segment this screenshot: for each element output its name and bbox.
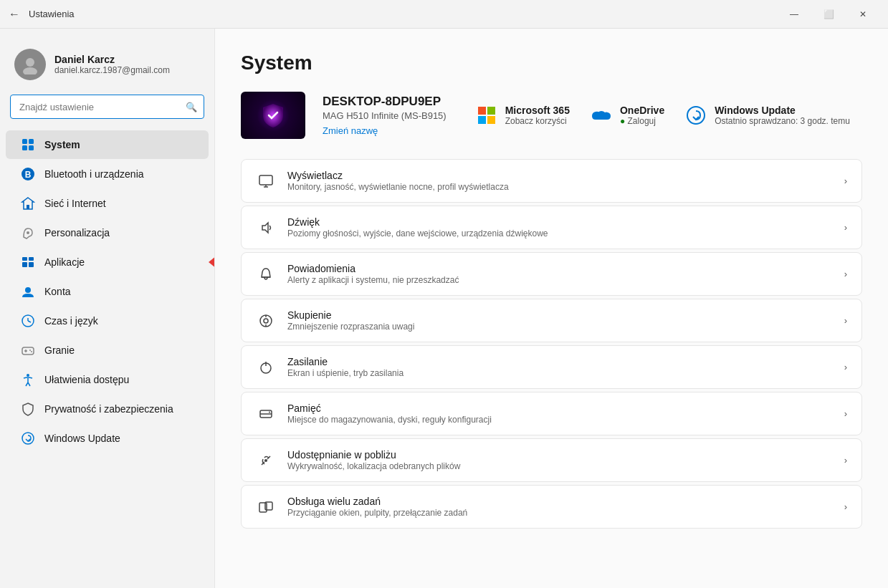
settings-item-multitask-text: Obsługa wielu zadań Przyciąganie okien, …: [287, 496, 833, 518]
sidebar-nav: System B Bluetooth i urządzenia: [0, 130, 214, 453]
sidebar-item-bluetooth[interactable]: B Bluetooth i urządzenia: [6, 160, 209, 188]
sidebar-item-apps-label: Aplikacje: [44, 256, 85, 268]
settings-item-storage-text: Pamięć Miejsce do magazynowania, dyski, …: [287, 403, 833, 425]
service-onedrive-name: OneDrive: [620, 105, 664, 116]
power-icon: [256, 357, 276, 377]
settings-item-sound[interactable]: Dźwięk Poziomy głośności, wyjście, dane …: [241, 206, 862, 249]
sidebar-item-system-label: System: [44, 139, 80, 150]
settings-item-storage[interactable]: Pamięć Miejsce do magazynowania, dyski, …: [241, 392, 862, 435]
privacy-icon: [20, 401, 36, 417]
settings-item-storage-title: Pamięć: [287, 403, 833, 414]
chevron-right-icon: ›: [844, 222, 847, 233]
maximize-button[interactable]: ⬜: [812, 3, 845, 26]
sidebar-item-accounts[interactable]: Konta: [6, 277, 209, 306]
settings-item-display[interactable]: Wyświetlacz Monitory, jasność, wyświetla…: [241, 159, 862, 203]
sidebar: Daniel Karcz daniel.karcz.1987@gmail.com…: [0, 29, 215, 588]
svg-point-25: [22, 433, 34, 444]
svg-point-0: [26, 58, 34, 67]
svg-point-23: [31, 351, 32, 352]
svg-point-22: [29, 350, 31, 351]
sidebar-item-accessibility[interactable]: Ułatwienia dostępu: [6, 365, 209, 394]
settings-item-notifications-title: Powiadomienia: [287, 263, 833, 274]
sound-icon: [256, 218, 276, 238]
settings-item-power-desc: Ekran i uśpienie, tryb zasilania: [287, 368, 833, 378]
sidebar-item-network[interactable]: Sieć i Internet: [6, 189, 209, 218]
sidebar-item-bluetooth-label: Bluetooth i urządzenia: [44, 168, 144, 180]
settings-item-multitask-title: Obsługa wielu zadań: [287, 496, 833, 507]
sidebar-item-update[interactable]: Windows Update: [6, 424, 209, 453]
sidebar-item-gaming[interactable]: Granie: [6, 336, 209, 365]
svg-rect-27: [487, 107, 495, 115]
accounts-icon: [20, 284, 36, 299]
search-container: 🔍: [10, 95, 204, 119]
service-windowsupdate-name: Windows Update: [715, 105, 850, 116]
svg-rect-19: [22, 347, 34, 355]
svg-rect-14: [29, 262, 34, 267]
sidebar-item-personalization[interactable]: Personalizacja: [6, 218, 209, 247]
sidebar-item-privacy[interactable]: Prywatność i zabezpieczenia: [6, 395, 209, 423]
service-microsoft365[interactable]: Microsoft 365 Zobacz korzyści: [475, 104, 570, 127]
svg-rect-5: [29, 145, 34, 150]
settings-item-nearby[interactable]: Udostępnianie w pobliżu Wykrywalność, lo…: [241, 438, 862, 482]
user-name: Daniel Karcz: [54, 54, 170, 65]
sidebar-item-apps[interactable]: Aplikacje: [6, 248, 209, 276]
svg-rect-3: [29, 139, 34, 144]
settings-item-nearby-title: Udostępnianie w pobliżu: [287, 449, 833, 461]
chevron-right-icon: ›: [844, 315, 847, 326]
service-windowsupdate[interactable]: Windows Update Ostatnio sprawdzano: 3 go…: [684, 104, 850, 127]
svg-point-24: [27, 374, 29, 377]
svg-rect-28: [478, 116, 486, 124]
search-input[interactable]: [10, 95, 204, 119]
sidebar-item-privacy-label: Prywatność i zabezpieczenia: [44, 403, 173, 415]
back-button[interactable]: ←: [9, 8, 22, 21]
sidebar-item-time[interactable]: Czas i język: [6, 307, 209, 335]
service-windowsupdate-details: Windows Update Ostatnio sprawdzano: 3 go…: [715, 105, 850, 126]
minimize-button[interactable]: —: [778, 3, 811, 26]
multitask-icon: [256, 497, 276, 517]
settings-item-display-title: Wyświetlacz: [287, 170, 833, 181]
settings-item-focus-text: Skupienie Zmniejszenie rozpraszania uwag…: [287, 309, 833, 332]
update-icon: [20, 430, 36, 446]
settings-item-power[interactable]: Zasilanie Ekran i uśpienie, tryb zasilan…: [241, 345, 862, 389]
sidebar-item-accounts-label: Konta: [44, 286, 71, 297]
sidebar-item-network-label: Sieć i Internet: [44, 198, 106, 209]
settings-item-display-desc: Monitory, jasność, wyświetlanie nocne, p…: [287, 182, 833, 192]
user-info: Daniel Karcz daniel.karcz.1987@gmail.com: [54, 54, 170, 75]
settings-item-nearby-desc: Wykrywalność, lokalizacja odebranych pli…: [287, 461, 833, 471]
main-content: System: [215, 29, 888, 588]
focus-icon: [256, 311, 276, 331]
svg-rect-29: [487, 116, 495, 124]
settings-item-focus-desc: Zmniejszenie rozpraszania uwagi: [287, 322, 833, 332]
service-microsoft365-name: Microsoft 365: [505, 105, 570, 116]
device-info: DESKTOP-8DPU9EP MAG H510 Infinite (MS-B9…: [323, 95, 447, 136]
settings-item-notifications[interactable]: Powiadomienia Alerty z aplikacji i syste…: [241, 252, 862, 296]
settings-item-focus[interactable]: Skupienie Zmniejszenie rozpraszania uwag…: [241, 299, 862, 342]
display-icon: [256, 171, 276, 191]
service-onedrive-sub: Zaloguj: [620, 116, 664, 126]
settings-item-multitask[interactable]: Obsługa wielu zadań Przyciąganie okien, …: [241, 485, 862, 529]
sidebar-item-personalization-label: Personalizacja: [44, 227, 110, 238]
sidebar-item-time-label: Czas i język: [44, 315, 98, 327]
chevron-right-icon: ›: [844, 408, 847, 419]
chevron-right-icon: ›: [844, 455, 847, 466]
user-profile[interactable]: Daniel Karcz daniel.karcz.1987@gmail.com: [0, 40, 214, 95]
rename-link[interactable]: Zmień nazwę: [323, 125, 447, 136]
service-windowsupdate-sub: Ostatnio sprawdzano: 3 godz. temu: [715, 116, 850, 126]
gaming-icon: [20, 342, 36, 358]
svg-point-10: [27, 231, 29, 234]
sidebar-item-gaming-label: Granie: [44, 344, 75, 356]
device-card: DESKTOP-8DPU9EP MAG H510 Infinite (MS-B9…: [241, 92, 862, 139]
nearby-icon: [256, 450, 276, 471]
service-onedrive[interactable]: OneDrive Zaloguj: [590, 104, 664, 127]
onedrive-icon: [590, 104, 613, 127]
close-button[interactable]: ✕: [846, 3, 879, 26]
device-model: MAG H510 Infinite (MS-B915): [323, 110, 447, 121]
svg-rect-4: [22, 145, 27, 150]
system-icon: [20, 137, 36, 153]
service-onedrive-details: OneDrive Zaloguj: [620, 105, 664, 126]
sidebar-item-system[interactable]: System: [6, 130, 209, 159]
sidebar-item-update-label: Windows Update: [44, 433, 120, 444]
settings-item-nearby-text: Udostępnianie w pobliżu Wykrywalność, lo…: [287, 449, 833, 471]
settings-item-power-title: Zasilanie: [287, 356, 833, 367]
device-services: Microsoft 365 Zobacz korzyści OneDrive Z…: [475, 104, 850, 127]
